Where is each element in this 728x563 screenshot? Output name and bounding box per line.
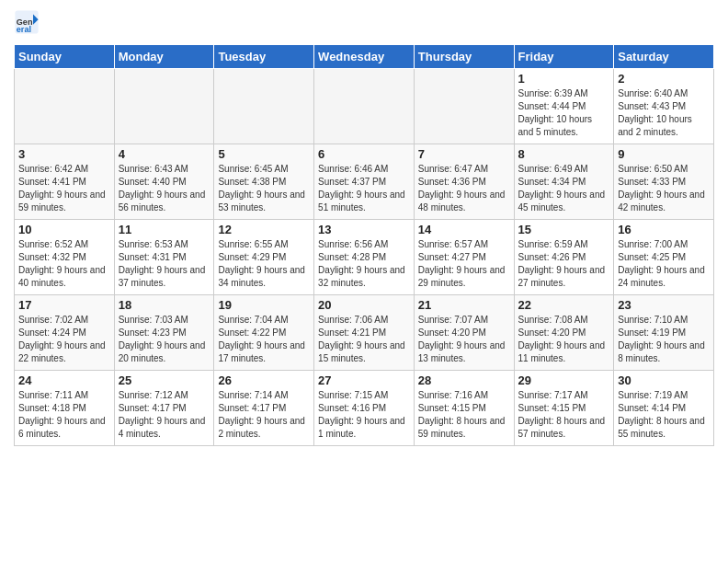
calendar-cell: 9Sunrise: 6:50 AMSunset: 4:33 PMDaylight… (614, 144, 714, 220)
calendar-cell: 17Sunrise: 7:02 AMSunset: 4:24 PMDayligh… (15, 295, 115, 371)
day-info: Sunrise: 7:07 AMSunset: 4:20 PMDaylight:… (418, 314, 510, 365)
day-number: 28 (418, 373, 510, 387)
day-info: Sunrise: 7:14 AMSunset: 4:17 PMDaylight:… (218, 389, 310, 441)
header-wednesday: Wednesday (314, 45, 415, 69)
svg-text:eral: eral (17, 25, 31, 34)
day-info: Sunrise: 6:46 AMSunset: 4:37 PMDaylight:… (318, 163, 410, 214)
day-info: Sunrise: 7:16 AMSunset: 4:15 PMDaylight:… (418, 389, 510, 441)
calendar-cell: 23Sunrise: 7:10 AMSunset: 4:19 PMDayligh… (614, 295, 714, 371)
day-info: Sunrise: 7:03 AMSunset: 4:23 PMDaylight:… (119, 314, 210, 365)
day-info: Sunrise: 6:39 AMSunset: 4:44 PMDaylight:… (518, 87, 610, 139)
header-thursday: Thursday (414, 45, 514, 69)
calendar-body: 1Sunrise: 6:39 AMSunset: 4:44 PMDaylight… (15, 69, 714, 446)
calendar-cell: 5Sunrise: 6:45 AMSunset: 4:38 PMDaylight… (214, 144, 314, 220)
header: Gen eral (14, 9, 714, 35)
day-number: 12 (218, 223, 310, 236)
day-number: 29 (518, 373, 610, 387)
day-number: 27 (318, 373, 410, 387)
day-number: 4 (119, 147, 210, 161)
week-row-1: 3Sunrise: 6:42 AMSunset: 4:41 PMDaylight… (15, 144, 714, 220)
day-number: 30 (618, 373, 710, 387)
day-number: 20 (318, 298, 410, 312)
calendar-table: SundayMondayTuesdayWednesdayThursdayFrid… (14, 44, 714, 446)
day-info: Sunrise: 6:57 AMSunset: 4:27 PMDaylight:… (418, 238, 510, 290)
calendar-cell: 18Sunrise: 7:03 AMSunset: 4:23 PMDayligh… (114, 295, 214, 371)
calendar-cell (15, 69, 115, 144)
day-number: 5 (218, 147, 310, 161)
header-sunday: Sunday (15, 45, 115, 69)
day-number: 21 (418, 298, 510, 312)
day-info: Sunrise: 6:49 AMSunset: 4:34 PMDaylight:… (518, 163, 610, 214)
calendar-cell: 8Sunrise: 6:49 AMSunset: 4:34 PMDaylight… (514, 144, 614, 220)
day-number: 26 (218, 373, 310, 387)
day-number: 7 (418, 147, 510, 161)
day-number: 10 (18, 223, 110, 236)
header-row: SundayMondayTuesdayWednesdayThursdayFrid… (15, 45, 714, 69)
calendar-cell: 6Sunrise: 6:46 AMSunset: 4:37 PMDaylight… (314, 144, 415, 220)
day-number: 11 (119, 223, 210, 236)
day-info: Sunrise: 7:11 AMSunset: 4:18 PMDaylight:… (18, 389, 110, 441)
calendar-cell: 1Sunrise: 6:39 AMSunset: 4:44 PMDaylight… (514, 69, 614, 144)
calendar-cell: 30Sunrise: 7:19 AMSunset: 4:14 PMDayligh… (614, 371, 714, 446)
week-row-2: 10Sunrise: 6:52 AMSunset: 4:32 PMDayligh… (15, 220, 714, 295)
day-number: 9 (618, 147, 710, 161)
day-info: Sunrise: 6:55 AMSunset: 4:29 PMDaylight:… (218, 238, 310, 290)
day-info: Sunrise: 7:00 AMSunset: 4:25 PMDaylight:… (618, 238, 710, 290)
calendar-cell: 25Sunrise: 7:12 AMSunset: 4:17 PMDayligh… (114, 371, 214, 446)
day-number: 1 (518, 72, 610, 86)
day-info: Sunrise: 6:56 AMSunset: 4:28 PMDaylight:… (318, 238, 410, 290)
calendar-cell: 20Sunrise: 7:06 AMSunset: 4:21 PMDayligh… (314, 295, 415, 371)
day-info: Sunrise: 7:08 AMSunset: 4:20 PMDaylight:… (518, 314, 610, 365)
day-number: 2 (618, 72, 710, 86)
week-row-3: 17Sunrise: 7:02 AMSunset: 4:24 PMDayligh… (15, 295, 714, 371)
calendar-cell: 19Sunrise: 7:04 AMSunset: 4:22 PMDayligh… (214, 295, 314, 371)
header-monday: Monday (114, 45, 214, 69)
day-info: Sunrise: 7:12 AMSunset: 4:17 PMDaylight:… (119, 389, 210, 441)
calendar-cell: 24Sunrise: 7:11 AMSunset: 4:18 PMDayligh… (15, 371, 115, 446)
day-info: Sunrise: 6:50 AMSunset: 4:33 PMDaylight:… (618, 163, 710, 214)
calendar-cell: 10Sunrise: 6:52 AMSunset: 4:32 PMDayligh… (15, 220, 115, 295)
day-info: Sunrise: 6:52 AMSunset: 4:32 PMDaylight:… (18, 238, 110, 290)
calendar-cell: 4Sunrise: 6:43 AMSunset: 4:40 PMDaylight… (114, 144, 214, 220)
calendar-cell: 16Sunrise: 7:00 AMSunset: 4:25 PMDayligh… (614, 220, 714, 295)
day-info: Sunrise: 6:47 AMSunset: 4:36 PMDaylight:… (418, 163, 510, 214)
day-number: 23 (618, 298, 710, 312)
day-info: Sunrise: 6:43 AMSunset: 4:40 PMDaylight:… (119, 163, 210, 214)
day-info: Sunrise: 6:40 AMSunset: 4:43 PMDaylight:… (618, 87, 710, 139)
calendar-cell: 13Sunrise: 6:56 AMSunset: 4:28 PMDayligh… (314, 220, 415, 295)
day-number: 25 (119, 373, 210, 387)
day-number: 18 (119, 298, 210, 312)
calendar-cell (414, 69, 514, 144)
logo-icon: Gen eral (14, 9, 40, 35)
day-info: Sunrise: 7:17 AMSunset: 4:15 PMDaylight:… (518, 389, 610, 441)
day-info: Sunrise: 6:53 AMSunset: 4:31 PMDaylight:… (119, 238, 210, 290)
calendar-cell: 29Sunrise: 7:17 AMSunset: 4:15 PMDayligh… (514, 371, 614, 446)
calendar-cell: 11Sunrise: 6:53 AMSunset: 4:31 PMDayligh… (114, 220, 214, 295)
header-saturday: Saturday (614, 45, 714, 69)
day-number: 3 (18, 147, 110, 161)
day-info: Sunrise: 6:59 AMSunset: 4:26 PMDaylight:… (518, 238, 610, 290)
header-tuesday: Tuesday (214, 45, 314, 69)
day-number: 22 (518, 298, 610, 312)
day-info: Sunrise: 6:42 AMSunset: 4:41 PMDaylight:… (18, 163, 110, 214)
day-info: Sunrise: 7:02 AMSunset: 4:24 PMDaylight:… (18, 314, 110, 365)
header-friday: Friday (514, 45, 614, 69)
day-info: Sunrise: 7:15 AMSunset: 4:16 PMDaylight:… (318, 389, 410, 441)
page: Gen eral SundayMondayTuesdayWednesdayThu… (0, 0, 728, 455)
day-info: Sunrise: 7:19 AMSunset: 4:14 PMDaylight:… (618, 389, 710, 441)
day-number: 8 (518, 147, 610, 161)
day-number: 13 (318, 223, 410, 236)
calendar-cell (214, 69, 314, 144)
week-row-4: 24Sunrise: 7:11 AMSunset: 4:18 PMDayligh… (15, 371, 714, 446)
calendar-cell: 15Sunrise: 6:59 AMSunset: 4:26 PMDayligh… (514, 220, 614, 295)
calendar-cell: 2Sunrise: 6:40 AMSunset: 4:43 PMDaylight… (614, 69, 714, 144)
day-number: 24 (18, 373, 110, 387)
week-row-0: 1Sunrise: 6:39 AMSunset: 4:44 PMDaylight… (15, 69, 714, 144)
calendar-header: SundayMondayTuesdayWednesdayThursdayFrid… (15, 45, 714, 69)
calendar-cell: 7Sunrise: 6:47 AMSunset: 4:36 PMDaylight… (414, 144, 514, 220)
calendar-cell: 3Sunrise: 6:42 AMSunset: 4:41 PMDaylight… (15, 144, 115, 220)
day-info: Sunrise: 6:45 AMSunset: 4:38 PMDaylight:… (218, 163, 310, 214)
day-info: Sunrise: 7:04 AMSunset: 4:22 PMDaylight:… (218, 314, 310, 365)
day-number: 19 (218, 298, 310, 312)
logo: Gen eral (14, 9, 43, 35)
